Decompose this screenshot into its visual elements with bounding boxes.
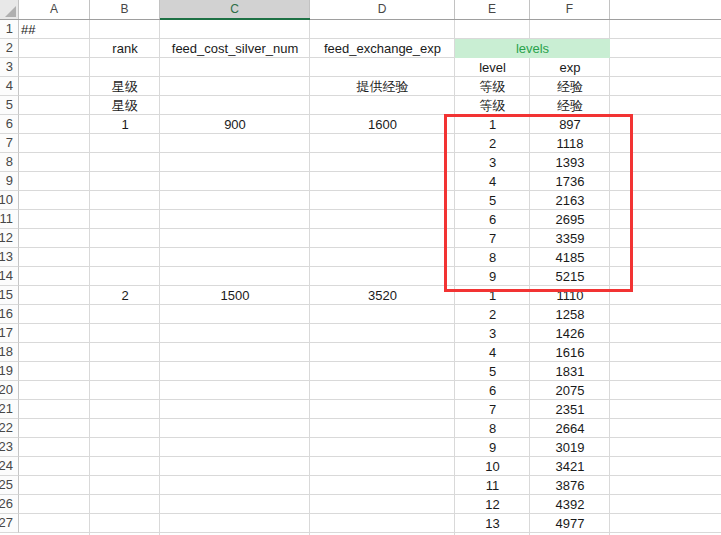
select-all-triangle-icon <box>5 6 16 17</box>
row-header-18[interactable]: 18 <box>0 343 19 362</box>
row-header-25[interactable]: 25 <box>0 476 19 495</box>
cell-A1[interactable]: ## <box>19 20 90 39</box>
row-header-9[interactable]: 9 <box>0 172 19 191</box>
spreadsheet: ##rankfeed_cost_silver_numfeed_exchange_… <box>0 0 721 535</box>
cell-E17[interactable]: 3 <box>455 324 530 343</box>
cell-B5[interactable]: 星级 <box>90 96 160 115</box>
cell-E25[interactable]: 11 <box>455 476 530 495</box>
cell-F23[interactable]: 3019 <box>530 438 610 457</box>
column-header-A[interactable]: A <box>19 0 90 19</box>
cell-F16[interactable]: 1258 <box>530 305 610 324</box>
row-header-27[interactable]: 27 <box>0 514 19 533</box>
cell-F4[interactable]: 经验 <box>530 77 610 96</box>
cell-F21[interactable]: 2351 <box>530 400 610 419</box>
row-header-1[interactable]: 1 <box>0 20 19 39</box>
row-header-12[interactable]: 12 <box>0 229 19 248</box>
cell-F17[interactable]: 1426 <box>530 324 610 343</box>
row-header-6[interactable]: 6 <box>0 115 19 134</box>
cell-C2[interactable]: feed_cost_silver_num <box>160 39 310 58</box>
row-header-26[interactable]: 26 <box>0 495 19 514</box>
cell-D4[interactable]: 提供经验 <box>310 77 455 96</box>
cell-E20[interactable]: 6 <box>455 381 530 400</box>
row-header-10[interactable]: 10 <box>0 191 19 210</box>
column-header-E[interactable]: E <box>455 0 530 19</box>
row-header-24[interactable]: 24 <box>0 457 19 476</box>
cell-E3[interactable]: level <box>455 58 530 77</box>
column-header-F[interactable]: F <box>530 0 610 19</box>
cell-D2[interactable]: feed_exchange_exp <box>310 39 455 58</box>
highlight-rectangle[interactable] <box>444 114 633 292</box>
row-header-23[interactable]: 23 <box>0 438 19 457</box>
cell-B4[interactable]: 星级 <box>90 77 160 96</box>
cell-F3[interactable]: exp <box>530 58 610 77</box>
cell-F25[interactable]: 3876 <box>530 476 610 495</box>
row-header-2[interactable]: 2 <box>0 39 19 58</box>
row-header-22[interactable]: 22 <box>0 419 19 438</box>
cell-E27[interactable]: 13 <box>455 514 530 533</box>
cell-F19[interactable]: 1831 <box>530 362 610 381</box>
column-header-B[interactable]: B <box>90 0 160 19</box>
cell-F5[interactable]: 经验 <box>530 96 610 115</box>
row-header-13[interactable]: 13 <box>0 248 19 267</box>
row-header-15[interactable]: 15 <box>0 286 19 305</box>
row-header-11[interactable]: 11 <box>0 210 19 229</box>
cell-B2[interactable]: rank <box>90 39 160 58</box>
cell-B6[interactable]: 1 <box>90 115 160 134</box>
cell-E5[interactable]: 等级 <box>455 96 530 115</box>
cell-F20[interactable]: 2075 <box>530 381 610 400</box>
row-header-14[interactable]: 14 <box>0 267 19 286</box>
row-header-8[interactable]: 8 <box>0 153 19 172</box>
column-header-C[interactable]: C <box>160 0 310 19</box>
row-header-4[interactable]: 4 <box>0 77 19 96</box>
cell-F26[interactable]: 4392 <box>530 495 610 514</box>
row-header-16[interactable]: 16 <box>0 305 19 324</box>
cell-E24[interactable]: 10 <box>455 457 530 476</box>
cell-E2[interactable]: levels <box>455 39 610 58</box>
cell-B15[interactable]: 2 <box>90 286 160 305</box>
cell-D15[interactable]: 3520 <box>310 286 455 305</box>
cell-E18[interactable]: 4 <box>455 343 530 362</box>
cell-E23[interactable]: 9 <box>455 438 530 457</box>
cell-E4[interactable]: 等级 <box>455 77 530 96</box>
row-header-17[interactable]: 17 <box>0 324 19 343</box>
column-header-D[interactable]: D <box>310 0 455 19</box>
select-all-corner[interactable] <box>0 0 19 19</box>
row-header-21[interactable]: 21 <box>0 400 19 419</box>
cell-E22[interactable]: 8 <box>455 419 530 438</box>
cell-E26[interactable]: 12 <box>455 495 530 514</box>
cell-E16[interactable]: 2 <box>455 305 530 324</box>
row-header-7[interactable]: 7 <box>0 134 19 153</box>
row-header-3[interactable]: 3 <box>0 58 19 77</box>
cell-F22[interactable]: 2664 <box>530 419 610 438</box>
gridline <box>309 20 310 535</box>
cell-C6[interactable]: 900 <box>160 115 310 134</box>
cell-E21[interactable]: 7 <box>455 400 530 419</box>
row-header-5[interactable]: 5 <box>0 96 19 115</box>
cell-D6[interactable]: 1600 <box>310 115 455 134</box>
cell-C15[interactable]: 1500 <box>160 286 310 305</box>
cell-F18[interactable]: 1616 <box>530 343 610 362</box>
row-header-19[interactable]: 19 <box>0 362 19 381</box>
selected-column-underline <box>160 18 310 20</box>
row-header-20[interactable]: 20 <box>0 381 19 400</box>
cell-F24[interactable]: 3421 <box>530 457 610 476</box>
cell-E19[interactable]: 5 <box>455 362 530 381</box>
cell-F27[interactable]: 4977 <box>530 514 610 533</box>
